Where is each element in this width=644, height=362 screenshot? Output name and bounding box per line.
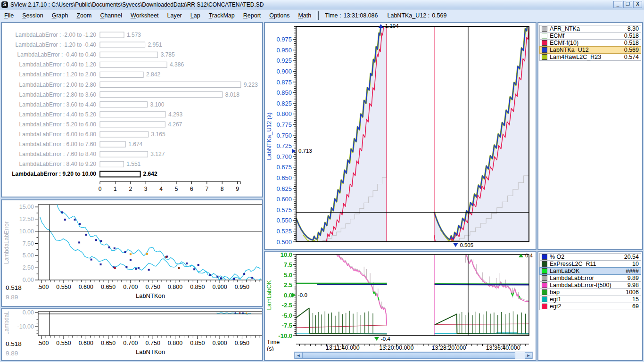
svg-text:0.750: 0.750 xyxy=(146,340,160,346)
scroll-right-icon[interactable]: ► xyxy=(525,352,532,359)
menu-item-lap[interactable]: Lap xyxy=(186,10,205,21)
minimize-button[interactable]: _ xyxy=(613,1,622,8)
svg-text:7: 7 xyxy=(205,186,208,192)
svg-text:LambdaLabError : 8.40 to 9.20: LambdaLabError : 8.40 to 9.20 xyxy=(19,161,97,167)
svg-text:0.600: 0.600 xyxy=(79,340,93,346)
time-scrollbar[interactable]: ◄ ► xyxy=(294,352,533,359)
channel-row-lamlabok[interactable]: LamLabOK#### xyxy=(539,267,641,275)
channel-row-egt1[interactable]: egt115 xyxy=(539,296,641,303)
svg-text:10.0: 10.0 xyxy=(281,252,292,258)
lamlabok-chart[interactable]: -10.0-7.5-5.0-2.50.02.55.07.510.0LamLabO… xyxy=(265,252,536,351)
svg-text:LabNTKon: LabNTKon xyxy=(136,348,165,355)
channel-row-lambdalaberror[interactable]: LambdaLabError9.89 xyxy=(539,274,641,282)
svg-text:0.750: 0.750 xyxy=(276,132,292,139)
channel-color-swatch xyxy=(542,33,547,39)
svg-text:-5.0: -5.0 xyxy=(282,312,292,319)
channel-row-lambdalaberror-f-500-[interactable]: LambdaLabError-f(500)9.98 xyxy=(539,281,641,289)
channel-name: LambdaLabError xyxy=(550,275,594,281)
channel-row--o2[interactable]: % O220.54 xyxy=(539,253,641,261)
svg-text:2.5: 2.5 xyxy=(284,281,292,288)
channel-color-swatch xyxy=(542,275,547,281)
channel-row-lam4rawl2c-r23[interactable]: Lam4RawL2C_R230.574 xyxy=(539,53,641,61)
menu-item-file[interactable]: File xyxy=(0,10,18,21)
menu-item-session[interactable]: Session xyxy=(18,10,47,21)
channel-name: ExPressL2C_R11 xyxy=(550,261,596,267)
channel-row-ecmf-f-10-[interactable]: ECMf-f(10)0.518 xyxy=(539,39,641,47)
svg-text:0.775: 0.775 xyxy=(276,121,292,128)
channel-name: bap xyxy=(550,289,560,296)
svg-text:15.00: 15.00 xyxy=(19,204,34,210)
svg-text:0.4: 0.4 xyxy=(525,253,533,258)
svg-text:0.518: 0.518 xyxy=(6,284,22,291)
menu-item-options[interactable]: Options xyxy=(265,10,294,21)
menu-item-math[interactable]: Math xyxy=(294,10,315,21)
svg-text:0.575: 0.575 xyxy=(276,206,292,214)
channel-name: LambdaLabError-f(500) xyxy=(550,282,611,288)
svg-text:5.00: 5.00 xyxy=(23,252,34,259)
svg-text:1.674: 1.674 xyxy=(128,141,142,148)
svg-text:-2.5: -2.5 xyxy=(282,302,292,309)
channel-value: 1006 xyxy=(626,289,639,296)
svg-text:0.00: 0.00 xyxy=(23,309,34,316)
channel-row-ecmf[interactable]: ECMf0.518 xyxy=(539,32,641,40)
menu-item-zoom[interactable]: Zoom xyxy=(72,10,96,21)
mini-lambda-chart[interactable]: 0.00-10.000.5000.5500.6000.6500.7000.750… xyxy=(2,309,262,360)
svg-text:13:28:20.000: 13:28:20.000 xyxy=(432,345,466,351)
svg-text:0.500: 0.500 xyxy=(276,239,292,246)
svg-text:LabNTKa_U12 (λ): LabNTKa_U12 (λ) xyxy=(266,113,272,160)
menu-item-trackmap[interactable]: TrackMap xyxy=(205,10,239,21)
channel-row-egt2[interactable]: egt269 xyxy=(539,303,641,310)
channel-row-afr-ntka[interactable]: AFR_NTKa8.30 xyxy=(539,25,641,33)
svg-text:LambdaLabError : 4.40 to 5.20: LambdaLabError : 4.40 to 5.20 xyxy=(19,111,97,118)
restore-button[interactable]: ❐ xyxy=(623,1,632,8)
svg-text:0.900: 0.900 xyxy=(212,284,227,290)
svg-text:0.700: 0.700 xyxy=(123,284,138,290)
svg-text:4.386: 4.386 xyxy=(170,61,184,68)
menu-item-worksheet[interactable]: Worksheet xyxy=(126,10,163,21)
menu-item-graph[interactable]: Graph xyxy=(48,10,73,21)
histogram-panel: LambdaLabError : -2.00 to -1.201.573Lamb… xyxy=(1,22,263,197)
svg-text:LambdaL: LambdaL xyxy=(3,311,10,335)
channel-value: 69 xyxy=(632,303,639,310)
scrollbar-thumb[interactable] xyxy=(302,352,515,359)
channel-name: LabNTKa_U12 xyxy=(550,47,589,53)
status-time-value: 13:31:08.086 xyxy=(344,12,378,19)
channel-value: 0.574 xyxy=(624,54,639,60)
menu-item-layer[interactable]: Layer xyxy=(163,10,186,21)
svg-text:0.975: 0.975 xyxy=(276,36,292,43)
svg-text:0.675: 0.675 xyxy=(276,164,292,171)
menu-item-channel[interactable]: Channel xyxy=(96,10,126,21)
svg-text:9.89: 9.89 xyxy=(6,350,18,357)
menu-item-report[interactable]: Report xyxy=(239,10,265,21)
scatter-chart[interactable]: 0.002.505.007.5010.0012.5015.000.5000.55… xyxy=(2,200,262,306)
window-controls: _ ❐ X xyxy=(613,1,644,8)
svg-text:10.00: 10.00 xyxy=(19,228,34,235)
main-lambda-chart[interactable]: 0.5000.5250.5500.5750.6000.6250.6500.675… xyxy=(265,23,536,249)
menu-separator xyxy=(317,11,319,20)
svg-text:LambdaLabError : -0.40 to 0.40: LambdaLabError : -0.40 to 0.40 xyxy=(17,51,97,58)
svg-text:0.00: 0.00 xyxy=(23,277,34,283)
scroll-left-icon[interactable]: ◄ xyxy=(295,352,302,359)
svg-text:0.550: 0.550 xyxy=(56,340,71,346)
svg-text:LambdaLabError : 2.80 to 3.60: LambdaLabError : 2.80 to 3.60 xyxy=(19,91,97,98)
title-bar: S SView 2.17.10 : C:\Users\Public\Docume… xyxy=(0,0,644,9)
channel-row-bap[interactable]: bap1006 xyxy=(539,288,641,296)
histogram-chart[interactable]: LambdaLabError : -2.00 to -1.201.573Lamb… xyxy=(2,23,262,197)
status-readout: Time : 13:31:08.086 LabNTKa_U12 : 0.569 xyxy=(322,12,446,19)
svg-text:0.875: 0.875 xyxy=(276,79,292,86)
menu-items: FileSessionGraphZoomChannelWorksheetLaye… xyxy=(0,10,315,21)
channel-color-swatch xyxy=(542,282,547,288)
svg-text:0: 0 xyxy=(99,186,102,192)
svg-text:LambdaLabError : 7.60 to 8.40: LambdaLabError : 7.60 to 8.40 xyxy=(19,151,97,157)
channel-color-swatch xyxy=(542,40,547,46)
channel-value: #### xyxy=(626,268,639,274)
svg-text:0.950: 0.950 xyxy=(276,47,292,54)
channel-color-swatch xyxy=(542,54,547,60)
close-button[interactable]: X xyxy=(633,1,642,8)
svg-text:LambdaLabError : -2.00 to -1.2: LambdaLabError : -2.00 to -1.20 xyxy=(16,32,97,38)
channel-color-swatch xyxy=(542,268,547,274)
channel-row-labntka-u12[interactable]: LabNTKa_U120.569 xyxy=(539,46,641,54)
channel-row-expressl2c-r11[interactable]: ExPressL2C_R1110 xyxy=(539,260,641,268)
svg-text:0.850: 0.850 xyxy=(190,340,205,346)
svg-text:0.825: 0.825 xyxy=(276,100,292,107)
